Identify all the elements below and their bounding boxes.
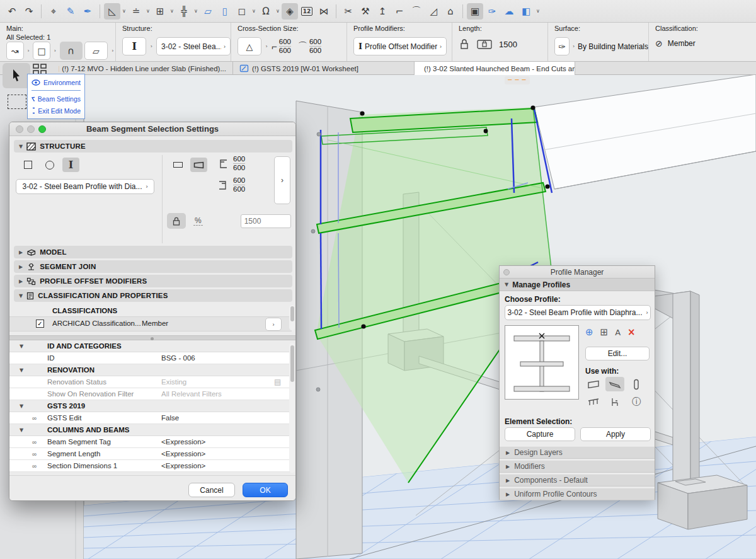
property-group[interactable]: ▼ ID AND CATEGORIES <box>9 340 292 352</box>
ok-button[interactable]: OK <box>243 483 288 497</box>
undo-button[interactable]: ↶ <box>4 3 20 20</box>
property-group[interactable]: ▼ GSTS 2019 <box>9 400 292 412</box>
capture-button[interactable]: Capture <box>505 427 575 441</box>
annotate-button[interactable]: ✑ <box>484 3 500 20</box>
cross-section-dims-1[interactable]: 600600 <box>279 38 291 55</box>
split-button[interactable]: ✂ <box>340 3 357 20</box>
intersect-button[interactable]: ⌐ <box>391 3 408 20</box>
property-row[interactable]: ∞ Beam Segment Tag <Expression> <box>9 436 292 448</box>
use-with-object-button[interactable] <box>605 395 624 409</box>
panel-design-layers[interactable]: ▶ Design Layers <box>500 446 655 459</box>
arrow-tool-button[interactable] <box>3 63 30 88</box>
chevron-right-icon[interactable]: › <box>52 48 58 54</box>
chevron-right-icon[interactable]: › <box>26 48 32 54</box>
window-zoom-button[interactable] <box>38 125 46 133</box>
taper-length-input[interactable] <box>241 214 291 228</box>
cloud-sync-button[interactable]: ☁ <box>501 3 517 20</box>
chevron-down-icon[interactable]: ∨ <box>535 8 541 14</box>
magnet-toggle-button[interactable]: ∩ <box>60 42 83 60</box>
pick-up-parameters-button[interactable]: ✎ <box>62 3 79 20</box>
dialog-profile-dropdown[interactable]: 3-02 - Steel Beam Profile with Dia... › <box>16 179 154 194</box>
classification-picker-button[interactable]: › <box>265 318 282 331</box>
section-profile-offset-modifiers[interactable]: ▶ PROFILE OFFSET MODIFIERS <box>14 275 292 287</box>
fillet-button[interactable]: ⌒ <box>408 3 425 20</box>
gravity-level-button[interactable]: ≐ <box>128 3 144 20</box>
panel-modifiers[interactable]: ▶ Modifiers <box>500 460 655 473</box>
use-with-beam-button[interactable] <box>605 377 624 391</box>
chevron-down-icon[interactable]: ∨ <box>121 8 127 14</box>
coordinates-button[interactable]: ⊞ <box>152 3 168 20</box>
start-section-dims[interactable]: 600600 <box>233 155 245 172</box>
section-classification-properties[interactable]: ▼ CLASSIFICATION AND PROPERTIES <box>14 289 292 302</box>
property-group[interactable]: ▼ COLUMNS AND BEAMS <box>9 424 292 436</box>
window-close-button[interactable] <box>16 125 23 133</box>
classification-scrollbar[interactable] <box>289 305 295 330</box>
manage-profiles-header[interactable]: ▼ Manage Profiles <box>500 279 655 291</box>
property-row[interactable]: Show On Renovation Filter All Relevant F… <box>9 388 292 400</box>
shape-profile-button[interactable]: I <box>62 158 79 172</box>
apply-button[interactable]: Apply <box>580 427 651 441</box>
use-with-wall-button[interactable] <box>584 377 603 391</box>
structure-type-button[interactable]: I <box>122 37 146 55</box>
shape-rectangle-button[interactable] <box>20 158 37 172</box>
locked-length-icon[interactable] <box>476 38 493 50</box>
trace-reference-button[interactable]: ◻ <box>234 3 250 20</box>
cancel-button[interactable]: Cancel <box>188 483 235 497</box>
menu-item-environment[interactable]: Environment <box>28 76 84 88</box>
window-minimize-button[interactable] <box>27 125 35 133</box>
guide-lines-button[interactable]: ◺ <box>104 3 120 20</box>
property-row[interactable]: ∞ Section Dimensions 1 <Expression> <box>9 460 292 472</box>
profile-offset-modifiers-button[interactable]: I Profile Offset Modifiers... › <box>353 37 447 55</box>
panel-uniform-profile-contours[interactable]: ▶ Uniform Profile Contours <box>500 488 655 500</box>
paint-surface-button[interactable]: ◧ <box>518 3 534 20</box>
tab-floor-plan[interactable]: (!) 7-12 MVO - Hidden Line under Slab (F… <box>52 62 233 75</box>
panel-components-default[interactable]: ▶ Components - Default <box>500 474 655 487</box>
classification-value[interactable]: Member <box>668 39 696 48</box>
tab-3d-view[interactable]: (!) 3-02 Slanted Haunched Beam - End Cut… <box>415 62 575 75</box>
menu-item-beam-settings[interactable]: Beam Settings <box>28 93 84 105</box>
rename-profile-icon[interactable]: A <box>615 328 621 337</box>
arrow-tool-settings-button[interactable]: ↝ <box>6 42 24 60</box>
palette-close-button[interactable] <box>503 269 510 275</box>
tapered-section-button[interactable] <box>190 158 207 172</box>
section-segment-join[interactable]: ▶ SEGMENT JOIN <box>14 260 292 273</box>
uniform-section-button[interactable] <box>169 158 186 172</box>
tab-worksheet[interactable]: (!) GSTS 2019 [W-01 Worksheet] <box>233 62 415 75</box>
chevron-down-icon[interactable]: ∨ <box>251 8 257 14</box>
resize-button[interactable]: ◿ <box>425 3 442 20</box>
cross-section-dims-2[interactable]: 600600 <box>309 38 321 55</box>
menu-item-exit-edit-mode[interactable]: Exit Edit Mode <box>28 105 84 117</box>
property-row[interactable]: ∞ Segment Length <Expression> <box>9 448 292 460</box>
profile-manager-dropdown[interactable]: 3-02 - Steel Beam Profile with Diaphra..… <box>505 305 651 320</box>
adjust-button[interactable]: ⚒ <box>357 3 374 20</box>
property-row[interactable]: Renovation Status Existing ▤ <box>9 376 292 388</box>
property-row[interactable]: ∞ GSTS Edit False <box>9 412 292 424</box>
structure-profile-button[interactable]: 3-02 - Steel Bea... › <box>156 37 231 55</box>
percent-icon[interactable]: % <box>193 216 203 226</box>
end-section-dims[interactable]: 600600 <box>233 176 245 193</box>
duplicate-profile-icon[interactable]: ⊞ <box>600 326 609 338</box>
cross-section-shape-button[interactable]: △ <box>238 37 261 55</box>
chevron-right-icon[interactable]: › <box>110 48 115 54</box>
expand-section-button[interactable]: › <box>274 156 290 204</box>
chevron-down-icon[interactable]: ∨ <box>275 8 281 14</box>
properties-scrollbar[interactable] <box>289 343 295 473</box>
edit-selection-button[interactable]: ▣ <box>467 3 483 20</box>
use-with-column-button[interactable] <box>627 377 646 391</box>
classification-checkbox[interactable]: ✓ <box>36 320 44 328</box>
lock-taper-button[interactable] <box>167 213 186 229</box>
section-model[interactable]: ▶ MODEL <box>14 246 292 258</box>
chevron-down-icon[interactable]: ∨ <box>193 8 199 14</box>
gravity-tool-button[interactable]: Ω <box>258 3 274 20</box>
redo-button[interactable]: ↷ <box>21 3 37 20</box>
chevron-right-icon[interactable]: › <box>571 43 576 49</box>
use-with-info-button[interactable]: ⓘ <box>627 395 646 409</box>
use-with-railing-button[interactable] <box>584 395 603 409</box>
classification-row[interactable]: ✓ ARCHICAD Classification... Member › <box>9 316 292 331</box>
panel-splitter[interactable] <box>9 335 296 340</box>
shape-circle-button[interactable] <box>41 158 58 172</box>
property-row[interactable]: ID BSG - 006 <box>9 352 292 364</box>
lock-icon[interactable] <box>459 38 470 50</box>
zoom-to-selection-button[interactable]: ⌖ <box>45 3 62 20</box>
inject-parameters-button[interactable]: ✒ <box>79 3 96 20</box>
